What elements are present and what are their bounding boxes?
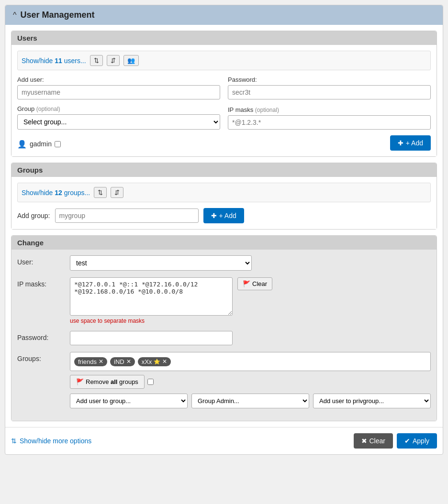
add-to-group-row: Add user to group... group1 Group Admin.… bbox=[70, 394, 431, 408]
remove-tag-friends[interactable]: ✕ bbox=[99, 359, 103, 364]
add-user-button[interactable]: ✚ + Add bbox=[390, 135, 431, 151]
flag-icon: 🚩 bbox=[243, 280, 250, 287]
remove-tag-xxx[interactable]: ✕ bbox=[162, 359, 167, 364]
ipmasks-label: IP masks (optional) bbox=[228, 106, 431, 113]
remove-all-icon: 🚩 bbox=[76, 378, 84, 385]
footer-buttons: ✖ Clear ✔ Apply bbox=[354, 433, 437, 449]
add-group-button[interactable]: ✚ + Add bbox=[203, 208, 244, 223]
group-select[interactable]: Select group... bbox=[17, 114, 220, 130]
ipmasks-textarea[interactable]: *@127.0.0.1 *@::1 *@172.16.0.0/12 *@192.… bbox=[70, 277, 233, 316]
groups-input-area: friends ✕ iND ✕ xXx ⭐ ✕ bbox=[70, 352, 431, 371]
change-user-control: test bbox=[70, 255, 431, 271]
clear-ipmasks-button[interactable]: 🚩 Clear bbox=[237, 277, 272, 290]
clear-button[interactable]: ✖ Clear bbox=[354, 433, 393, 449]
show-hide-groups-link[interactable]: Show/hide 12 groups... bbox=[22, 189, 90, 197]
gadmin-row: 👤 gadmin bbox=[17, 140, 61, 149]
change-password-label: Password: bbox=[17, 331, 65, 341]
change-ipmasks-row: IP masks: *@127.0.0.1 *@::1 *@172.16.0.0… bbox=[17, 277, 431, 324]
clear-label: Clear bbox=[252, 280, 267, 287]
group-ip-row: Group (optional) Select group... IP mask… bbox=[17, 105, 431, 130]
add-user-to-group-select[interactable]: Add user to group... group1 bbox=[70, 394, 188, 408]
change-password-control: mynewpasswd bbox=[70, 331, 431, 345]
add-group-input[interactable] bbox=[55, 208, 199, 223]
change-groups-row: Groups: friends ✕ iND ✕ xXx ⭐ bbox=[17, 352, 431, 408]
add-user-input[interactable] bbox=[17, 85, 220, 99]
password-input[interactable] bbox=[228, 85, 431, 99]
gadmin-checkbox[interactable] bbox=[55, 141, 61, 147]
group-admin-select[interactable]: Group Admin... Yes No bbox=[191, 394, 309, 408]
ipmasks-hint: use space to separate masks bbox=[70, 318, 431, 324]
change-password-input[interactable]: mynewpasswd bbox=[70, 331, 233, 345]
add-group-label: Add group: bbox=[17, 212, 50, 219]
footer-row: ⇅ Show/hide more options ✖ Clear ✔ Apply bbox=[5, 427, 443, 454]
change-ipmasks-label: IP masks: bbox=[17, 277, 65, 288]
apply-button[interactable]: ✔ Apply bbox=[397, 433, 437, 449]
groups-toolbar: Show/hide 12 groups... ⇅ ⇵ bbox=[17, 183, 431, 202]
remove-all-groups-button[interactable]: 🚩 Remove all groups bbox=[70, 375, 145, 389]
gadmin-label: gadmin bbox=[30, 140, 52, 148]
sort-users-btn2[interactable]: ⇵ bbox=[107, 55, 120, 66]
admin-icon-xxx: ⭐ bbox=[154, 359, 160, 365]
change-user-label: User: bbox=[17, 255, 65, 266]
apply-btn-icon: ✔ bbox=[404, 437, 410, 445]
groups-section-header: Groups bbox=[11, 163, 437, 177]
change-ipmasks-control: *@127.0.0.1 *@::1 *@172.16.0.0/12 *@192.… bbox=[70, 277, 431, 324]
ipmasks-group: IP masks (optional) bbox=[228, 106, 431, 130]
change-section-header: Change bbox=[11, 236, 437, 250]
add-user-to-privgroup-select[interactable]: Add user to privgroup... priv1 bbox=[313, 394, 431, 408]
collapse-icon[interactable]: ^ bbox=[13, 11, 17, 20]
group-users-btn[interactable]: 👥 bbox=[123, 55, 139, 66]
remove-all-row: 🚩 Remove all groups bbox=[70, 375, 431, 389]
ipmasks-input[interactable] bbox=[228, 115, 431, 130]
users-section-body: Show/hide 11 users... ⇅ ⇵ 👥 Add user: Pa… bbox=[11, 45, 437, 156]
add-user-row: Add user: Password: bbox=[17, 76, 431, 99]
groups-section: Groups Show/hide 12 groups... ⇅ ⇵ Add gr… bbox=[11, 163, 437, 230]
add-group-row: Add group: ✚ + Add bbox=[17, 208, 431, 223]
sort-groups-btn1[interactable]: ⇅ bbox=[94, 187, 107, 198]
page-container: ^ User Management Users Show/hide 11 use… bbox=[5, 5, 443, 455]
change-user-row: User: test bbox=[17, 255, 431, 271]
show-more-options-link[interactable]: ⇅ Show/hide more options bbox=[11, 437, 91, 445]
group-tag-friends: friends ✕ bbox=[74, 357, 107, 366]
users-section-header: Users bbox=[11, 31, 437, 45]
plus-icon-group: ✚ bbox=[211, 212, 217, 219]
change-groups-control: friends ✕ iND ✕ xXx ⭐ ✕ bbox=[70, 352, 431, 408]
group-select-group: Group (optional) Select group... bbox=[17, 105, 220, 130]
sort-groups-btn2[interactable]: ⇵ bbox=[111, 187, 123, 198]
sort-users-btn1[interactable]: ⇅ bbox=[90, 55, 103, 66]
group-tag-xxx: xXx ⭐ ✕ bbox=[138, 357, 171, 366]
plus-icon: ✚ bbox=[398, 139, 403, 147]
remove-all-groups-checkbox[interactable] bbox=[147, 379, 154, 385]
title-bar: ^ User Management bbox=[5, 5, 443, 25]
change-section-body: User: test IP masks: *@127.0.0.1 *@::1 *… bbox=[11, 250, 437, 421]
page-title: User Management bbox=[21, 10, 95, 20]
clear-btn-icon: ✖ bbox=[361, 437, 367, 445]
show-hide-users-link[interactable]: Show/hide 11 users... bbox=[22, 57, 86, 65]
add-user-label: Add user: bbox=[17, 76, 220, 83]
users-toolbar: Show/hide 11 users... ⇅ ⇵ 👥 bbox=[17, 51, 431, 70]
ipmask-wrapper: *@127.0.0.1 *@::1 *@172.16.0.0/12 *@192.… bbox=[70, 277, 431, 316]
toggle-icon: ⇅ bbox=[11, 437, 17, 445]
gadmin-icon: 👤 bbox=[17, 140, 27, 149]
password-label: Password: bbox=[228, 76, 431, 83]
add-password-group: Password: bbox=[228, 76, 431, 99]
change-groups-label: Groups: bbox=[17, 352, 65, 362]
remove-tag-ind[interactable]: ✕ bbox=[126, 359, 131, 364]
group-label: Group (optional) bbox=[17, 105, 220, 112]
groups-section-body: Show/hide 12 groups... ⇅ ⇵ Add group: ✚ … bbox=[11, 177, 437, 229]
change-password-row: Password: mynewpasswd bbox=[17, 331, 431, 345]
change-user-select[interactable]: test bbox=[70, 255, 252, 271]
group-tag-ind: iND ✕ bbox=[110, 357, 135, 366]
add-user-group: Add user: bbox=[17, 76, 220, 99]
change-section: Change User: test IP masks: *@127.0.0.1 … bbox=[11, 235, 437, 421]
users-section: Users Show/hide 11 users... ⇅ ⇵ 👥 Add us… bbox=[11, 31, 437, 157]
